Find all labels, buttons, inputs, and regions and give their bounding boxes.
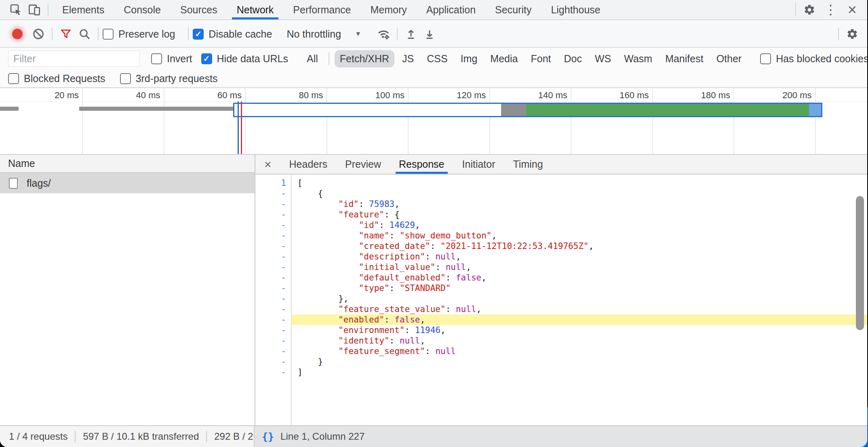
tab-network[interactable]: Network xyxy=(227,0,284,19)
tab-security[interactable]: Security xyxy=(485,0,541,19)
line-gutter[interactable]: - xyxy=(255,188,292,199)
line-gutter[interactable]: - xyxy=(255,230,292,241)
status-bar-summary: 1 / 4 requests597 B / 10.1 kB transferre… xyxy=(0,426,255,447)
name-column-header[interactable]: Name xyxy=(0,155,255,173)
third-party-requests-checkbox[interactable] xyxy=(120,73,131,84)
preserve-log-checkbox[interactable] xyxy=(103,29,114,40)
export-har-icon[interactable] xyxy=(420,25,439,43)
type-filter-js[interactable]: JS xyxy=(397,50,419,67)
cursor-position: Line 1, Column 227 xyxy=(280,431,364,442)
gridline xyxy=(571,88,571,154)
close-detail-icon[interactable]: × xyxy=(255,155,280,174)
tab-lighthouse[interactable]: Lighthouse xyxy=(541,0,610,19)
device-toolbar-icon[interactable] xyxy=(25,1,44,19)
invert-label: Invert xyxy=(167,53,192,65)
line-gutter[interactable]: - xyxy=(255,346,292,356)
request-name: flags/ xyxy=(27,177,51,189)
network-settings-gear-icon[interactable] xyxy=(843,25,862,43)
line-gutter[interactable]: - xyxy=(255,325,292,335)
close-devtools-icon[interactable]: × xyxy=(843,2,862,17)
type-filter-ws[interactable]: WS xyxy=(590,50,616,67)
divider xyxy=(48,3,48,16)
line-gutter[interactable]: - xyxy=(255,314,292,325)
scrollbar-thumb[interactable] xyxy=(856,196,864,330)
line-gutter[interactable]: - xyxy=(255,293,292,304)
status-item: 292 B / 2 xyxy=(214,431,253,442)
code-text: ] xyxy=(292,367,867,377)
code-text: } xyxy=(292,356,867,367)
code-line: 1[ xyxy=(255,178,867,188)
tab-console[interactable]: Console xyxy=(114,0,171,19)
type-filter-css[interactable]: CSS xyxy=(421,50,453,67)
settings-gear-icon[interactable] xyxy=(800,1,819,19)
line-gutter[interactable]: - xyxy=(255,209,292,220)
tab-performance[interactable]: Performance xyxy=(283,0,360,19)
code-text: "initial_value": null, xyxy=(292,262,867,272)
line-gutter[interactable]: - xyxy=(255,367,292,377)
line-gutter[interactable]: - xyxy=(255,283,292,293)
import-har-icon[interactable] xyxy=(402,25,420,43)
tick-label: 100 ms xyxy=(336,90,405,101)
filter-funnel-icon[interactable] xyxy=(57,25,75,43)
tab-sources[interactable]: Sources xyxy=(171,0,227,19)
detail-tab-preview[interactable]: Preview xyxy=(336,155,390,174)
line-gutter[interactable]: - xyxy=(255,304,292,314)
overview-timeline[interactable]: 20 ms40 ms60 ms80 ms100 ms120 ms140 ms16… xyxy=(0,88,867,155)
pretty-print-icon[interactable]: {} xyxy=(262,431,274,443)
inspect-element-icon[interactable] xyxy=(6,1,25,19)
type-filter-wasm[interactable]: Wasm xyxy=(619,50,657,67)
line-gutter[interactable]: - xyxy=(255,220,292,230)
code-text: [ xyxy=(292,178,867,188)
line-gutter[interactable]: - xyxy=(255,199,292,209)
divider xyxy=(98,27,99,40)
type-filter-font[interactable]: Font xyxy=(525,50,556,67)
divider xyxy=(188,27,189,40)
clear-icon[interactable] xyxy=(29,25,48,43)
has-blocked-cookies-checkbox[interactable] xyxy=(760,53,771,64)
network-conditions-icon[interactable] xyxy=(374,25,393,43)
more-options-icon[interactable]: ⋮ xyxy=(819,3,843,16)
code-line: - { xyxy=(255,188,867,199)
event-marker xyxy=(241,101,242,154)
detail-tab-response[interactable]: Response xyxy=(390,155,453,174)
status-bar-editor: {} Line 1, Column 227 xyxy=(255,426,867,447)
line-gutter[interactable]: - xyxy=(255,356,292,367)
type-filter-doc[interactable]: Doc xyxy=(558,50,587,67)
code-line: - } xyxy=(255,356,867,367)
bar-segment xyxy=(809,104,821,116)
type-filter-media[interactable]: Media xyxy=(485,50,523,67)
code-text: "name": "show_demo_button", xyxy=(292,230,867,241)
detail-tab-timing[interactable]: Timing xyxy=(504,155,552,174)
tab-memory[interactable]: Memory xyxy=(360,0,416,19)
blocked-requests-checkbox[interactable] xyxy=(8,73,19,84)
network-filter-row: Invert ✓ Hide data URLs AllFetch/XHRJSCS… xyxy=(0,48,867,70)
type-filter-manifest[interactable]: Manifest xyxy=(660,50,708,67)
record-button[interactable] xyxy=(12,29,23,39)
detail-tab-initiator[interactable]: Initiator xyxy=(453,155,504,174)
code-line: - "feature": { xyxy=(255,209,867,220)
hide-data-urls-checkbox[interactable]: ✓ xyxy=(201,53,212,64)
code-text: "feature_segment": null xyxy=(292,346,867,356)
tab-elements[interactable]: Elements xyxy=(53,0,114,19)
detail-tab-headers[interactable]: Headers xyxy=(280,155,337,174)
invert-checkbox[interactable] xyxy=(151,53,162,64)
type-filter-other[interactable]: Other xyxy=(711,50,747,67)
throttling-select[interactable]: No throttling ▼ xyxy=(287,28,369,40)
bar-segment xyxy=(234,104,501,116)
type-filter-fetch-xhr[interactable]: Fetch/XHR xyxy=(335,50,394,67)
request-row[interactable]: flags/ xyxy=(0,173,255,194)
type-filter-all[interactable]: All xyxy=(301,50,323,67)
type-filter-img[interactable]: Img xyxy=(455,50,483,67)
line-gutter[interactable]: - xyxy=(255,335,292,346)
line-gutter[interactable]: - xyxy=(255,251,292,262)
tab-application[interactable]: Application xyxy=(417,0,485,19)
line-gutter[interactable]: - xyxy=(255,262,292,272)
code-line: - "name": "show_demo_button", xyxy=(255,230,867,241)
line-gutter[interactable]: - xyxy=(255,241,292,251)
disable-cache-checkbox[interactable]: ✓ xyxy=(193,29,204,40)
main-tabs: ElementsConsoleSourcesNetworkPerformance… xyxy=(53,0,610,19)
filter-input[interactable] xyxy=(8,51,140,67)
line-gutter[interactable]: - xyxy=(255,272,292,283)
line-gutter[interactable]: 1 xyxy=(255,178,292,188)
search-icon[interactable] xyxy=(75,25,94,43)
